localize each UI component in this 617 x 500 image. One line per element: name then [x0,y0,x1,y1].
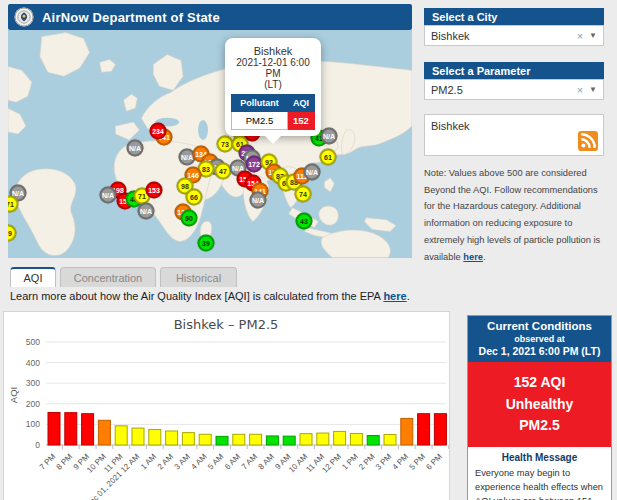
svg-text:12 PM: 12 PM [320,452,343,475]
svg-text:200: 200 [26,399,40,409]
epa-here-link[interactable]: here [383,290,406,302]
learn-more-text: Learn more about how the Air Quality Ind… [10,290,410,302]
svg-text:2 AM: 2 AM [156,452,175,471]
svg-text:AQI: AQI [8,387,19,403]
map-marker[interactable]: N/A [127,140,144,157]
rss-icon[interactable] [578,131,598,151]
svg-text:7 AM: 7 AM [240,452,259,471]
map-marker[interactable]: 90 [181,210,198,227]
map-marker[interactable]: 66 [186,189,203,206]
conditions-title: Current Conditions [470,320,609,332]
svg-text:7 PM: 7 PM [38,452,58,472]
svg-text:4 PM: 4 PM [391,452,411,472]
map-marker[interactable]: N/A [138,203,155,220]
city-chevron-down-icon[interactable]: ▼ [589,31,597,40]
app-title: AirNow Department of State [42,10,220,25]
popup-city: Bishkek [230,45,316,57]
select-parameter-header: Select a Parameter [424,62,604,79]
dos-seal-icon [14,7,34,27]
svg-text:1 PM: 1 PM [340,452,360,472]
svg-text:3 AM: 3 AM [173,452,192,471]
map-marker[interactable]: 153 [146,182,163,199]
conditions-header: Current Conditions observed at Dec 1, 20… [468,316,611,362]
health-message-title: Health Message [475,452,604,463]
svg-text:0: 0 [35,440,40,450]
chart-tabs: AQI Concentration Historical [10,267,237,287]
tab-concentration[interactable]: Concentration [60,267,156,287]
aqi-bar-chart: Bishkek – PM2.50100200300400500AQI7 PM8 … [4,312,449,500]
tab-historical[interactable]: Historical [160,267,237,287]
map-marker[interactable]: 234 [150,123,167,140]
svg-text:3 PM: 3 PM [374,452,394,472]
popup-table: Pollutant AQI PM2.5 152 [231,94,315,130]
world-map[interactable]: N/A7169N/A14123473N/A134108N/A8347146986… [8,30,412,258]
svg-text:300: 300 [26,378,40,388]
popup-col-aqi: AQI [287,95,314,112]
rss-feed-card: Bishkek [424,114,604,156]
svg-text:8 PM: 8 PM [55,452,75,472]
svg-text:6 PM: 6 PM [424,452,444,472]
app-header: AirNow Department of State [8,4,412,30]
svg-text:6 AM: 6 AM [223,452,242,471]
aqi-note: Note: Values above 500 are considered Be… [424,165,604,265]
svg-text:1 AM: 1 AM [139,452,158,471]
svg-text:500: 500 [26,337,40,347]
learn-more-end: . [407,290,410,302]
map-marker[interactable]: 43 [296,213,313,230]
svg-text:4 AM: 4 AM [189,452,208,471]
world-map-tiles [8,30,412,258]
conditions-aqi-value: 152 AQI [472,372,607,394]
conditions-observed-at: observed at [470,334,609,344]
map-marker[interactable]: 74 [295,186,312,203]
svg-text:2 PM: 2 PM [357,452,377,472]
map-marker[interactable]: N/A [321,128,338,145]
parameter-select[interactable]: PM2.5 × ▼ [424,79,604,100]
learn-more-body: Learn more about how the Air Quality Ind… [10,290,383,302]
popup-datetime: 2021-12-01 6:00 PM [230,57,316,79]
conditions-datetime: Dec 1, 2021 6:00 PM (LT) [470,345,609,357]
conditions-aqi-block: 152 AQI Unhealthy PM2.5 [468,362,611,447]
current-conditions-panel: Current Conditions observed at Dec 1, 20… [467,315,612,500]
popup-col-pollutant: Pollutant [232,95,288,112]
svg-text:400: 400 [26,358,40,368]
sidebar: Select a City Bishkek × ▼ Select a Param… [424,8,604,265]
map-marker[interactable]: N/A [250,192,267,209]
svg-text:Bishkek – PM2.5: Bishkek – PM2.5 [174,317,279,332]
city-select-value: Bishkek [431,30,577,42]
conditions-pollutant: PM2.5 [472,415,607,437]
parameter-clear-icon[interactable]: × [577,84,583,96]
map-popup: Bishkek 2021-12-01 6:00 PM (LT) Pollutan… [225,38,321,136]
feed-city-label: Bishkek [431,120,470,132]
svg-text:5 PM: 5 PM [407,452,427,472]
popup-timezone: (LT) [230,79,316,90]
map-marker[interactable]: N/A [304,164,321,181]
map-marker[interactable]: N/A [100,187,117,204]
svg-text:5 AM: 5 AM [206,452,225,471]
note-here-link[interactable]: here [463,252,483,262]
svg-text:100: 100 [26,419,40,429]
city-clear-icon[interactable]: × [577,30,583,42]
parameter-select-value: PM2.5 [431,84,577,96]
health-message-text: Everyone may begin to experience health … [475,467,604,500]
svg-text:8 AM: 8 AM [257,452,276,471]
tab-aqi[interactable]: AQI [10,267,56,287]
map-marker[interactable]: 39 [198,235,215,252]
select-city-header: Select a City [424,8,604,25]
conditions-category: Unhealthy [472,394,607,416]
health-message-block: Health Message Everyone may begin to exp… [468,447,611,500]
map-marker[interactable]: 61 [320,149,337,166]
popup-pollutant-value: PM2.5 [232,112,288,130]
aqi-chart-card: Bishkek – PM2.50100200300400500AQI7 PM8 … [3,311,450,500]
note-text: Note: Values above 500 are considered Be… [424,168,600,262]
popup-aqi-value: 152 [287,112,314,130]
city-select[interactable]: Bishkek × ▼ [424,25,604,46]
note-text-end: . [483,252,486,262]
parameter-chevron-down-icon[interactable]: ▼ [589,85,597,94]
